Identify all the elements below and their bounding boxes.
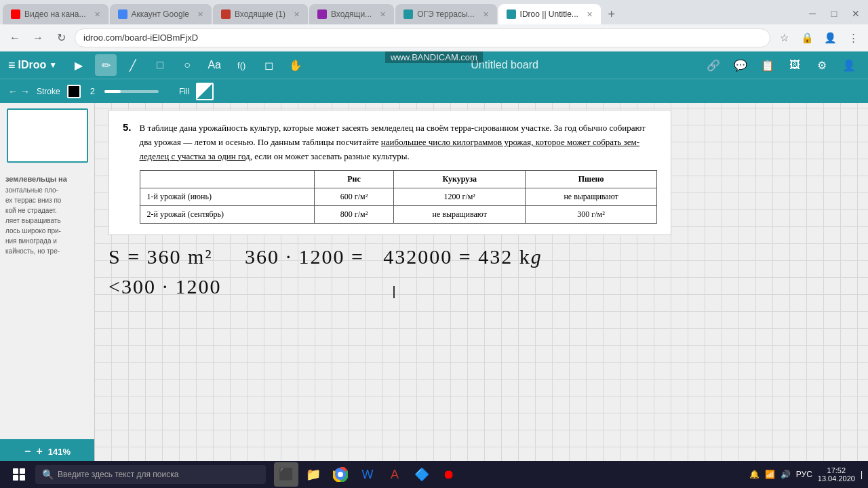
search-placeholder: Введите здесь текст для поиска xyxy=(58,470,178,479)
tab-close-inbox2[interactable]: ✕ xyxy=(380,10,386,19)
stroke-arrows: ← → xyxy=(8,86,30,97)
eraser-tool[interactable]: ◻ xyxy=(258,54,279,76)
toolbar-right-actions: 🔗 💬 📋 🖼 ⚙ 👤 xyxy=(703,54,860,76)
hand-tool[interactable]: ✋ xyxy=(285,54,307,76)
taskbar-app-record[interactable]: ⏺ xyxy=(437,462,461,487)
cursor-indicator xyxy=(387,286,395,298)
page-thumbnail[interactable] xyxy=(7,108,88,163)
tab-oge[interactable]: ОГЭ террасы... ✕ xyxy=(395,4,496,24)
stroke-back-arrow[interactable]: ← xyxy=(8,86,18,97)
formula-tool[interactable]: f() xyxy=(231,54,252,76)
window-maximize[interactable]: □ xyxy=(825,5,844,22)
taskbar-app-chrome[interactable] xyxy=(328,462,353,487)
svg-rect-3 xyxy=(20,475,25,481)
col-header-empty xyxy=(140,171,314,188)
browser-tabs: Видео на кана... ✕ Аккаунт Google ✕ Вход… xyxy=(0,0,868,24)
rect-tool[interactable]: □ xyxy=(149,54,171,76)
forward-button[interactable]: → xyxy=(28,28,47,47)
board-title[interactable]: Untitled board xyxy=(312,59,697,71)
taskbar-date-value: 13.04.2020 xyxy=(818,474,855,483)
problem-block: 5. В таблице дана урожайность культур, к… xyxy=(123,121,657,224)
text-tool[interactable]: Aa xyxy=(203,54,225,76)
line-tool[interactable]: ╱ xyxy=(122,54,144,76)
users-button[interactable]: 👤 xyxy=(838,54,860,76)
tab-close-oge[interactable]: ✕ xyxy=(483,10,489,19)
start-button[interactable] xyxy=(5,462,33,487)
stroke-slider[interactable] xyxy=(104,90,159,93)
row1-millet: не выращивают xyxy=(526,188,657,206)
window-minimize[interactable]: ─ xyxy=(803,5,822,22)
tab-favicon-google xyxy=(118,9,127,19)
row2-rice: 800 г/м² xyxy=(314,206,394,224)
chat-button[interactable]: 💬 xyxy=(730,54,751,76)
taskbar-network[interactable]: 📶 xyxy=(765,470,775,479)
search-icon: 🔍 xyxy=(42,469,54,480)
idroo-toolbar: ≡ IDroo ▼ ▶ ✏ ╱ □ ○ Aa f() ◻ ✋ Untitled … xyxy=(0,52,868,79)
stroke-label: Stroke xyxy=(37,87,60,96)
tab-close-youtube[interactable]: ✕ xyxy=(94,10,100,19)
sub-toolbar: ← → Stroke 2 Fill xyxy=(0,79,868,103)
taskbar-app-acrobat[interactable]: A xyxy=(382,462,407,487)
select-tool[interactable]: ▶ xyxy=(68,54,90,76)
circle-tool[interactable]: ○ xyxy=(176,54,198,76)
problem-number: 5. xyxy=(123,121,132,224)
tab-google[interactable]: Аккаунт Google ✕ xyxy=(110,4,212,24)
row1-label: 1-й урожай (июнь) xyxy=(140,188,314,206)
bookmark-button[interactable]: ☆ xyxy=(774,28,793,47)
svg-point-5 xyxy=(338,472,343,477)
pdf-content: 5. В таблице дана урожайность культур, к… xyxy=(108,110,671,235)
taskbar-volume[interactable]: 🔊 xyxy=(781,470,791,479)
idroo-dropdown-icon[interactable]: ▼ xyxy=(49,60,57,70)
taskbar-app-files[interactable]: 📁 xyxy=(301,462,326,487)
settings-button[interactable]: ⚙ xyxy=(811,54,833,76)
taskbar-app-word[interactable]: W xyxy=(355,462,380,487)
extension-button[interactable]: 🔒 xyxy=(797,28,816,47)
profile-button[interactable]: 👤 xyxy=(821,28,840,47)
tab-idroo[interactable]: IDroo || Untitle... ✕ xyxy=(498,4,601,24)
zoom-bar: − + 141% xyxy=(0,439,95,464)
tab-close-gmail[interactable]: ✕ xyxy=(294,10,300,19)
left-panel-text: землевельцы на зонтальные пло- ех террас… xyxy=(0,168,94,262)
table-row-2: 2-й урожай (сентябрь) 800 г/м² не выращи… xyxy=(140,206,656,224)
tab-close-idroo[interactable]: ✕ xyxy=(587,10,593,19)
problem-text: В таблице дана урожайность культур, кото… xyxy=(140,121,657,163)
handwriting-area: S = 360 m² 360 · 1200 = 432000 = 432 kg … xyxy=(108,245,542,298)
stroke-forward-arrow[interactable]: → xyxy=(20,86,30,97)
zoom-in-button[interactable]: + xyxy=(36,445,42,458)
fill-color-swatch[interactable] xyxy=(196,83,214,100)
stroke-color-swatch[interactable] xyxy=(67,85,81,98)
zoom-out-button[interactable]: − xyxy=(24,445,31,458)
canvas-area[interactable]: 5. В таблице дана урожайность культур, к… xyxy=(95,103,868,464)
pen-tool[interactable]: ✏ xyxy=(95,54,117,76)
svg-rect-0 xyxy=(13,468,18,474)
reload-button[interactable]: ↻ xyxy=(52,28,71,47)
new-tab-button[interactable]: + xyxy=(602,4,621,24)
taskbar-app-app1[interactable]: 🔷 xyxy=(410,462,434,487)
idroo-logo: ≡ IDroo ▼ xyxy=(8,58,57,73)
handwriting-line1: S = 360 m² 360 · 1200 = 432000 = 432 kg xyxy=(108,245,542,268)
tab-title-google: Аккаунт Google xyxy=(132,9,189,19)
image-button[interactable]: 🖼 xyxy=(784,54,806,76)
address-bar[interactable]: idroo.com/board-iElOBmFjxD xyxy=(75,28,770,47)
menu-button[interactable]: ⋮ xyxy=(844,28,863,47)
row2-millet: 300 г/м² xyxy=(526,206,657,224)
tab-youtube[interactable]: Видео на кана... ✕ xyxy=(3,4,108,24)
tab-inbox2[interactable]: Входящи... ✕ xyxy=(309,4,394,24)
taskbar-search[interactable]: 🔍 Введите здесь текст для поиска xyxy=(35,465,266,484)
col-header-millet: Пшено xyxy=(526,171,657,188)
tab-gmail[interactable]: Входящие (1) ✕ xyxy=(213,4,308,24)
tab-favicon-inbox2 xyxy=(317,9,327,19)
tab-close-google[interactable]: ✕ xyxy=(197,10,203,19)
handwriting-line2: <300 · 1200 xyxy=(108,275,542,298)
stroke-number: 2 xyxy=(90,86,95,96)
window-close[interactable]: ✕ xyxy=(846,5,865,22)
files-button[interactable]: 📋 xyxy=(757,54,778,76)
taskbar-show-desktop[interactable]: | xyxy=(861,470,863,479)
row1-corn: 1200 г/м² xyxy=(394,188,526,206)
taskbar-notifications[interactable]: 🔔 xyxy=(749,470,760,479)
tab-title-oge: ОГЭ террасы... xyxy=(417,9,474,19)
share-button[interactable]: 🔗 xyxy=(703,54,724,76)
back-button[interactable]: ← xyxy=(5,28,24,47)
taskbar-app-cortana[interactable]: ⬛ xyxy=(274,462,298,487)
idroo-brand: IDroo xyxy=(18,59,47,71)
